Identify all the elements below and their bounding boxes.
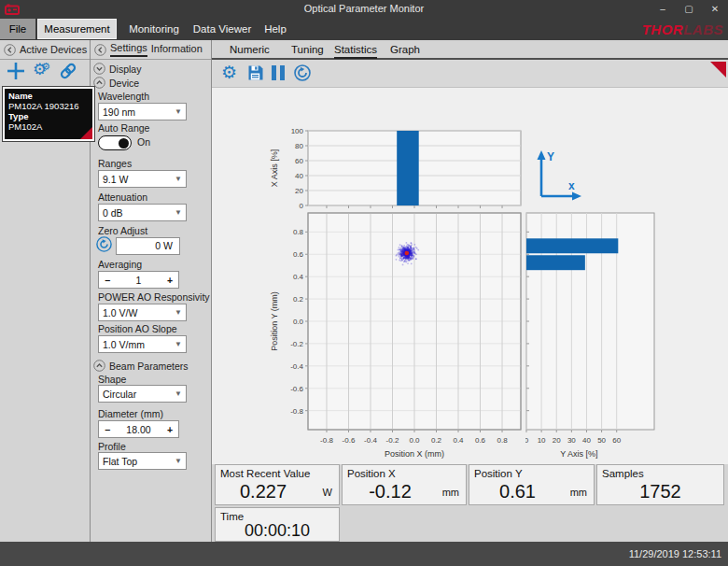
svg-text:10: 10	[538, 436, 546, 445]
diameter-stepper: − 18.00 +	[98, 420, 179, 438]
time-readout: Time 00:00:10	[215, 507, 340, 542]
decrement-button[interactable]: −	[99, 424, 116, 435]
beam-position-scatter-chart: -0.8-0.6-0.4-0.20.00.20.40.60.8-0.8-0.6-…	[267, 212, 528, 464]
tab-graph[interactable]: Graph	[390, 44, 420, 57]
profile-label: Profile	[98, 441, 126, 452]
svg-text:30: 30	[567, 436, 576, 445]
svg-text:-0.4: -0.4	[364, 436, 377, 445]
svg-text:80: 80	[295, 142, 303, 150]
svg-text:Position Y (mm): Position Y (mm)	[270, 291, 279, 351]
attenuation-label: Attenuation	[98, 191, 147, 203]
datetime-text: 11/29/2019 12:53:11	[629, 548, 721, 559]
title-bar: Optical Parameter Monitor – ▢ ✕	[0, 0, 728, 19]
averaging-value[interactable]: 1	[116, 275, 161, 286]
svg-text:100: 100	[291, 127, 304, 135]
tab-statistics[interactable]: Statistics	[334, 44, 377, 59]
ranges-label: Ranges	[98, 158, 132, 169]
zero-adjust-label: Zero Adjust	[98, 225, 147, 236]
ranges-select[interactable]: 9.1 W▼	[98, 170, 187, 188]
tab-numeric[interactable]: Numeric	[230, 44, 270, 57]
shape-select[interactable]: Circular▼	[98, 385, 187, 403]
svg-text:40: 40	[295, 172, 303, 180]
pause-icon[interactable]	[272, 65, 288, 84]
svg-text:-0.6: -0.6	[290, 385, 303, 393]
menu-data-viewer[interactable]: Data Viewer	[189, 19, 255, 39]
thorlabs-logo: THORLABS	[642, 21, 723, 37]
xy-axes-icon: Y x	[529, 147, 589, 205]
menu-bar: File Measurement Monitoring Data Viewer …	[0, 19, 728, 40]
chevron-down-icon: ▼	[175, 389, 182, 398]
increment-button[interactable]: +	[161, 424, 178, 435]
svg-text:50: 50	[597, 436, 606, 445]
section-beam-parameters[interactable]: Beam Parameters	[93, 360, 189, 372]
svg-text:0.4: 0.4	[293, 273, 304, 281]
device-settings-icon[interactable]: ⚙⚙	[33, 60, 56, 79]
maximize-button[interactable]: ▢	[676, 0, 702, 19]
measurement-toolbar: ⚙	[212, 60, 728, 87]
menu-help[interactable]: Help	[259, 19, 292, 39]
most-recent-value-readout: Most Recent Value 0.227 W	[215, 464, 340, 505]
x-histogram-chart: 020406080100X Axis [%]	[267, 124, 528, 212]
tab-tuning[interactable]: Tuning	[291, 44, 324, 57]
settings-gear-icon[interactable]: ⚙	[221, 62, 237, 83]
chevron-down-icon: ▼	[175, 340, 182, 348]
averaging-label: Averaging	[98, 259, 142, 270]
chevron-down-icon: ▼	[175, 208, 182, 217]
power-ao-select[interactable]: 1.0 V/W▼	[98, 304, 187, 321]
svg-text:40: 40	[582, 436, 591, 445]
menu-monitoring[interactable]: Monitoring	[122, 19, 186, 39]
svg-text:Y: Y	[547, 150, 554, 163]
y-histogram-chart: 0102030405060Y Axis [%]	[525, 212, 727, 464]
chevron-up-icon	[93, 77, 105, 89]
diameter-value[interactable]: 18.00	[116, 424, 161, 435]
wavelength-label: Wavelength	[98, 91, 149, 102]
chevron-down-icon	[93, 63, 105, 75]
svg-text:0.8: 0.8	[497, 436, 508, 445]
svg-text:60: 60	[295, 157, 303, 165]
power-ao-label: POWER AO Responsivity	[98, 291, 210, 303]
position-y-readout: Position Y 0.61 mm	[469, 464, 595, 505]
wavelength-select[interactable]: 190 nm▼	[98, 103, 187, 120]
menu-file[interactable]: File	[0, 19, 35, 39]
svg-text:0: 0	[525, 436, 529, 445]
menu-measurement[interactable]: Measurement	[37, 19, 117, 39]
svg-text:20: 20	[553, 436, 561, 445]
decrement-button[interactable]: −	[99, 275, 116, 286]
chevron-down-icon: ▼	[175, 175, 182, 183]
device-type: PM102A	[8, 121, 42, 132]
chevron-down-icon: ▼	[175, 107, 182, 116]
svg-text:20: 20	[295, 187, 303, 195]
device-toolbar: ⚙⚙	[0, 60, 90, 88]
zero-adjust-field[interactable]: 0 W	[116, 237, 180, 255]
settings-panel: Display Device Wavelength 190 nm▼ Auto R…	[91, 40, 211, 542]
minimize-button[interactable]: –	[650, 0, 676, 19]
auto-range-toggle[interactable]	[98, 135, 132, 150]
svg-text:-0.8: -0.8	[320, 436, 333, 445]
section-device[interactable]: Device	[93, 77, 139, 89]
position-ao-select[interactable]: 1.0 V/mm▼	[98, 335, 187, 353]
active-devices-header: Active Devices	[0, 40, 90, 60]
position-ao-label: Position AO Slope	[98, 323, 177, 334]
close-button[interactable]: ✕	[702, 0, 728, 19]
profile-select[interactable]: Flat Top▼	[98, 452, 187, 470]
svg-text:0.0: 0.0	[293, 318, 304, 326]
save-icon[interactable]	[247, 64, 264, 81]
attenuation-select[interactable]: 0 dB▼	[98, 204, 187, 221]
collapse-left-icon[interactable]	[4, 44, 16, 56]
shape-label: Shape	[98, 374, 126, 385]
svg-text:Position X (mm): Position X (mm)	[385, 449, 444, 459]
svg-text:0.2: 0.2	[431, 436, 442, 445]
svg-text:60: 60	[612, 436, 621, 445]
averaging-stepper: − 1 +	[98, 271, 179, 289]
increment-button[interactable]: +	[161, 275, 178, 286]
connect-device-icon[interactable]	[59, 62, 77, 80]
device-card[interactable]: Name PM102A 1903216 Type PM102A	[3, 87, 94, 141]
section-display[interactable]: Display	[93, 63, 141, 75]
restart-icon[interactable]	[294, 64, 311, 81]
zero-adjust-icon[interactable]	[96, 236, 112, 252]
samples-readout: Samples 1752	[596, 464, 724, 505]
add-device-icon[interactable]	[7, 62, 25, 80]
chevron-up-icon	[93, 360, 105, 372]
svg-text:0.6: 0.6	[293, 250, 304, 259]
device-name-label: Name	[8, 91, 33, 101]
